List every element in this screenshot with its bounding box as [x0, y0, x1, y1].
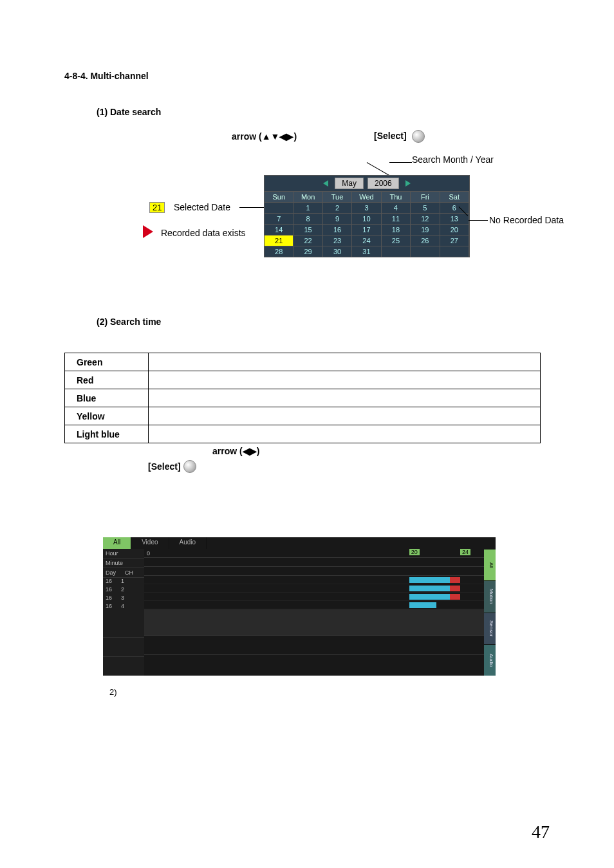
hour-start-label: 0 [147, 550, 150, 557]
timeline-row-label: 162 [103, 586, 144, 595]
calendar-year[interactable]: 2006 [367, 178, 399, 189]
arrow-instruction-1: arrow (▲▼◀▶) [232, 131, 297, 142]
calendar-cell[interactable]: 25 [382, 235, 411, 246]
timeline-tab-video[interactable]: Video [131, 537, 169, 549]
calendar-cell[interactable]: 12 [411, 213, 440, 224]
calendar-cell[interactable]: 15 [293, 224, 322, 235]
color-desc-cell [149, 407, 541, 425]
select-button-icon [412, 130, 425, 143]
calendar-cell[interactable]: 6 [440, 202, 469, 213]
table-row: Yellow [65, 407, 541, 425]
calendar-cell[interactable]: 10 [352, 213, 381, 224]
timeline-channel-row[interactable] [144, 601, 484, 609]
timeline-channel-row[interactable] [144, 584, 484, 593]
timeline-filter-audio[interactable]: Audio [484, 644, 496, 676]
table-row: Blue [65, 389, 541, 407]
select-instruction-2: [Select] [148, 461, 181, 472]
timeline-row-label: 164 [103, 603, 144, 611]
calendar-cell[interactable]: 11 [382, 213, 411, 224]
calendar-cell[interactable]: 13 [440, 213, 469, 224]
color-desc-cell [149, 425, 541, 443]
no-recorded-data-label: No Recorded Data [489, 215, 564, 225]
timeline-tab-all[interactable]: All [103, 537, 131, 549]
timeline-ch-header: CH [125, 569, 133, 576]
table-row: Red [65, 371, 541, 389]
selected-date-label: Selected Date [174, 202, 230, 212]
calendar-cell[interactable]: 22 [293, 235, 322, 246]
recorded-marker-icon [143, 225, 153, 238]
subsection-1-heading: (1) Date search [97, 107, 550, 117]
calendar-dow: Mon [293, 191, 322, 202]
next-month-icon[interactable] [405, 180, 411, 187]
calendar-cell [382, 246, 411, 257]
calendar-cell[interactable]: 16 [323, 224, 352, 235]
calendar-cell[interactable]: 14 [265, 224, 293, 235]
prev-month-icon[interactable] [323, 180, 328, 187]
calendar-cell[interactable]: 17 [352, 224, 381, 235]
color-name-cell: Yellow [65, 407, 149, 425]
color-name-cell: Blue [65, 389, 149, 407]
calendar-cell[interactable]: 23 [323, 235, 352, 246]
table-row: Green [65, 353, 541, 371]
calendar-widget[interactable]: May 2006 SunMonTueWedThuFriSat1234567891… [264, 175, 470, 257]
arrow-instruction-2: arrow (◀▶) [212, 446, 259, 456]
recorded-data-exists-label: Recorded data exists [161, 228, 246, 238]
calendar-cell[interactable]: 27 [440, 235, 469, 246]
calendar-cell[interactable]: 7 [265, 213, 293, 224]
calendar-cell[interactable]: 20 [440, 224, 469, 235]
color-desc-cell [149, 353, 541, 371]
calendar-dow: Sun [265, 191, 293, 202]
annotation-search-month-year: Search Month / Year [412, 154, 494, 165]
calendar-cell[interactable]: 29 [293, 246, 322, 257]
table-row: Light blue [65, 425, 541, 443]
timeline-channel-row[interactable] [144, 576, 484, 584]
timeline-filter-all[interactable]: All [484, 549, 496, 580]
calendar-cell[interactable]: 19 [411, 224, 440, 235]
calendar-cell[interactable]: 5 [411, 202, 440, 213]
calendar-cell [265, 202, 293, 213]
timeline-filter-sensor[interactable]: Sensor [484, 613, 496, 644]
section-heading: 4-8-4. Multi-channel [64, 71, 550, 81]
footnote: 2) [109, 687, 550, 697]
calendar-cell [440, 246, 469, 257]
timeline-minute-label: Minute [103, 559, 144, 568]
timeline-channel-row[interactable] [144, 593, 484, 601]
calendar-cell [411, 246, 440, 257]
calendar-cell[interactable]: 28 [265, 246, 293, 257]
color-name-cell: Red [65, 371, 149, 389]
timeline-row-label: 163 [103, 595, 144, 603]
calendar-cell[interactable]: 31 [352, 246, 381, 257]
hour-marker-24: 24 [460, 549, 470, 555]
calendar-dow: Wed [352, 191, 381, 202]
calendar-cell[interactable]: 3 [352, 202, 381, 213]
calendar-dow: Fri [411, 191, 440, 202]
calendar-dow: Sat [440, 191, 469, 202]
calendar-cell[interactable]: 30 [323, 246, 352, 257]
calendar-cell[interactable]: 4 [382, 202, 411, 213]
timeline-day-header: Day [106, 569, 116, 576]
calendar-cell[interactable]: 18 [382, 224, 411, 235]
calendar-cell[interactable]: 8 [293, 213, 322, 224]
hour-marker-20: 20 [409, 549, 420, 555]
timeline-row-label: 161 [103, 578, 144, 586]
timeline-filter-motion[interactable]: Motion [484, 580, 496, 612]
color-name-cell: Green [65, 353, 149, 371]
calendar-month[interactable]: May [335, 178, 364, 189]
annotation-line [469, 220, 488, 221]
color-desc-cell [149, 389, 541, 407]
calendar-dow: Tue [323, 191, 352, 202]
color-legend-table: GreenRedBlueYellowLight blue [64, 353, 541, 443]
calendar-figure: Search Month / Year 21 Selected Date Rec… [129, 156, 599, 284]
subsection-2-heading: (2) Search time [97, 317, 550, 327]
calendar-cell[interactable]: 9 [323, 213, 352, 224]
selected-date-badge: 21 [149, 202, 165, 213]
page-number: 47 [532, 822, 550, 842]
calendar-cell[interactable]: 1 [293, 202, 322, 213]
calendar-cell[interactable]: 24 [352, 235, 381, 246]
select-instruction-1: [Select] [374, 131, 407, 141]
timeline-tab-audio[interactable]: Audio [169, 537, 207, 549]
calendar-cell[interactable]: 26 [411, 235, 440, 246]
calendar-cell[interactable]: 21 [265, 235, 293, 246]
calendar-cell[interactable]: 2 [323, 202, 352, 213]
timeline-widget[interactable]: AllVideoAudio Hour Minute Day CH 1611621… [103, 537, 496, 676]
